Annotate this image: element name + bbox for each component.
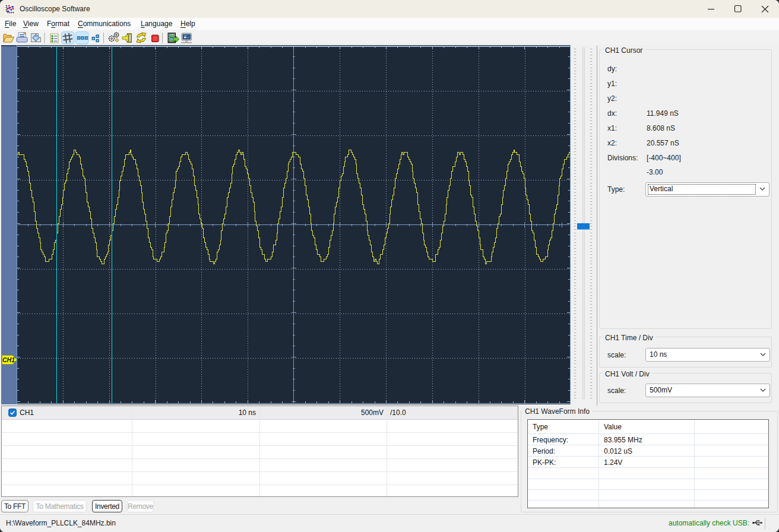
svg-text:CH1: CH1 [2, 356, 15, 363]
